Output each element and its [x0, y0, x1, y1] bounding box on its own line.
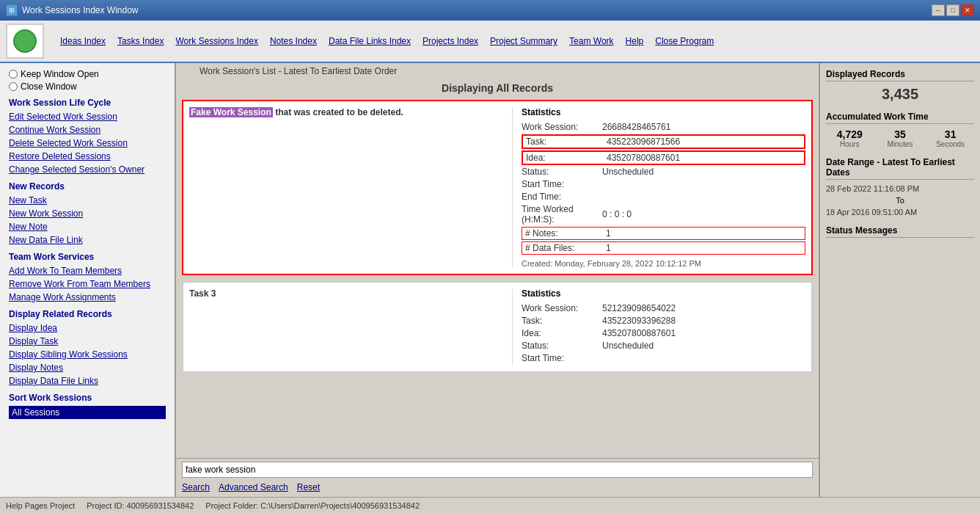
status-project-folder: Project Folder: C:\Users\Darren\Projects…: [205, 501, 420, 510]
stat-notes-1: # Notes: 1: [522, 227, 805, 240]
stat-idea-1: Idea: 435207800887601: [522, 150, 805, 165]
record-card-2[interactable]: Task 3 Statistics Work Session: 52123909…: [182, 281, 813, 373]
menu-work-sessions-index[interactable]: Work Sessions Index: [171, 34, 263, 48]
stat-data-files-1: # Data Files: 1: [522, 241, 805, 255]
stat-idea-2: Idea: 435207800887601: [522, 328, 805, 338]
sidebar-manage-work-assignments[interactable]: Manage Work Assignments: [9, 291, 166, 303]
status-help-project: Help Pages Project: [6, 501, 75, 510]
menu-close-program[interactable]: Close Program: [651, 34, 718, 48]
sidebar-delete-selected-work-session[interactable]: Delete Selected Work Session: [9, 137, 166, 149]
sidebar-new-note[interactable]: New Note: [9, 221, 166, 233]
search-input[interactable]: [182, 462, 813, 478]
records-list[interactable]: Fake Work Session that was created to be…: [176, 97, 819, 458]
stat-label-work-session-1: Work Session:: [522, 122, 602, 132]
menu-notes-index[interactable]: Notes Index: [266, 34, 321, 48]
maximize-button[interactable]: □: [946, 4, 959, 16]
stat-label-idea-2: Idea:: [522, 328, 602, 338]
window-title: Work Sessions Index Window: [22, 5, 139, 15]
menu-ideas-index[interactable]: Ideas Index: [56, 34, 110, 48]
sidebar-display-sibling-work-sessions[interactable]: Display Sibling Work Sessions: [9, 349, 166, 360]
record-title-rest-1: that was created to be deleted.: [273, 107, 403, 117]
menu-projects-index[interactable]: Projects Index: [418, 34, 483, 48]
sidebar-new-data-file-link[interactable]: New Data File Link: [9, 234, 166, 246]
search-button[interactable]: Search: [182, 482, 210, 492]
record-right-1: Statistics Work Session: 26688428465761 …: [512, 107, 805, 268]
menu-team-work[interactable]: Team Work: [565, 34, 618, 48]
menu-data-file-links-index[interactable]: Data File Links Index: [324, 34, 415, 48]
record-title-text-2: Task 3: [189, 288, 216, 299]
app-logo: [6, 23, 44, 59]
accumulated-work-time-section: Accumulated Work Time 4,729 Hours 35 Min…: [826, 112, 974, 148]
stat-label-time-worked-1: Time Worked (H:M:S):: [522, 204, 602, 225]
reset-button[interactable]: Reset: [297, 482, 320, 492]
sidebar-edit-selected-work-session[interactable]: Edit Selected Work Session: [9, 111, 166, 123]
sidebar-display-data-file-links[interactable]: Display Data File Links: [9, 375, 166, 387]
stat-label-status-1: Status:: [522, 167, 602, 177]
stats-title-1: Statistics: [522, 107, 805, 117]
sidebar-new-task[interactable]: New Task: [9, 194, 166, 206]
close-window-option[interactable]: Close Window: [9, 81, 166, 92]
sidebar-all-sessions[interactable]: All Sessions: [9, 406, 166, 419]
status-messages-section: Status Messages: [826, 225, 974, 238]
menu-tasks-index[interactable]: Tasks Index: [113, 34, 168, 48]
sidebar-continue-work-session[interactable]: Continue Work Session: [9, 124, 166, 136]
sidebar-change-selected-sessions-owner[interactable]: Change Selected Session's Owner: [9, 164, 166, 175]
sidebar-restore-deleted-sessions[interactable]: Restore Deleted Sessions: [9, 150, 166, 162]
keep-window-label: Keep Window Open: [21, 69, 99, 79]
stat-work-session-1: Work Session: 26688428465761: [522, 122, 805, 132]
date-to-label: To: [826, 196, 974, 205]
stat-value-idea-2: 435207800887601: [602, 328, 676, 338]
close-window-label: Close Window: [21, 81, 77, 92]
time-grid: 4,729 Hours 35 Minutes 31 Seconds: [826, 128, 974, 148]
displayed-records-section: Displayed Records 3,435: [826, 69, 974, 103]
minutes-value: 35: [877, 128, 924, 140]
sidebar-display-task[interactable]: Display Task: [9, 335, 166, 347]
hours-label: Hours: [826, 140, 874, 148]
stat-label-start-time-2: Start Time:: [522, 353, 602, 363]
stat-value-time-worked-1: 0 : 0 : 0: [602, 209, 632, 219]
app-icon: ⊞: [6, 4, 18, 16]
stat-label-task-1: Task:: [526, 137, 607, 147]
record-left-1: Fake Work Session that was created to be…: [189, 107, 500, 268]
right-panel: Displayed Records 3,435 Accumulated Work…: [819, 63, 980, 497]
stat-status-2: Status: Unscheduled: [522, 341, 805, 351]
keep-window-open-option[interactable]: Keep Window Open: [9, 69, 166, 79]
close-window-radio[interactable]: [9, 82, 18, 91]
stat-value-status-2: Unscheduled: [602, 341, 654, 351]
minimize-button[interactable]: ─: [932, 4, 945, 16]
window-options: Keep Window Open Close Window: [9, 69, 166, 92]
menu-project-summary[interactable]: Project Summary: [486, 34, 562, 48]
stats-title-2: Statistics: [522, 288, 805, 299]
sidebar-new-work-session[interactable]: New Work Session: [9, 208, 166, 219]
date-range-section: Date Range - Latest To Earliest Dates 28…: [826, 157, 974, 217]
list-title: Work Session's List - Latest To Earliest…: [200, 66, 397, 76]
content-header: Work Session's List - Latest To Earliest…: [176, 63, 819, 79]
stat-label-start-time-1: Start Time:: [522, 179, 602, 189]
record-card-1[interactable]: Fake Work Session that was created to be…: [182, 100, 813, 275]
keep-window-radio[interactable]: [9, 70, 18, 79]
search-bar: Search Advanced Search Reset: [176, 458, 819, 497]
displayed-records-value: 3,435: [826, 86, 974, 103]
sidebar-remove-work-from-team-members[interactable]: Remove Work From Team Members: [9, 278, 166, 290]
logo-circle: [13, 29, 37, 53]
menu-bar: Ideas Index Tasks Index Work Sessions In…: [0, 21, 980, 63]
stat-value-notes-1: 1: [606, 228, 611, 239]
section-sort-work-sessions: Sort Work Sessions: [9, 393, 166, 403]
stat-status-1: Status: Unscheduled: [522, 167, 805, 177]
stat-task-1: Task: 435223096871566: [522, 134, 805, 149]
seconds-label: Seconds: [926, 140, 974, 148]
sidebar-add-work-to-team-members[interactable]: Add Work To Team Members: [9, 265, 166, 277]
displayed-records-title: Displayed Records: [826, 69, 974, 81]
stat-work-session-2: Work Session: 521239098654022: [522, 303, 805, 313]
close-button[interactable]: ✕: [961, 4, 974, 16]
menu-items: Ideas Index Tasks Index Work Sessions In…: [56, 34, 718, 48]
sidebar-display-idea[interactable]: Display Idea: [9, 322, 166, 334]
stat-label-data-files-1: # Data Files:: [525, 243, 606, 253]
advanced-search-button[interactable]: Advanced Search: [219, 482, 288, 492]
menu-help[interactable]: Help: [621, 34, 648, 48]
section-work-session-life-cycle: Work Session Life Cycle: [9, 98, 166, 108]
sidebar-display-notes[interactable]: Display Notes: [9, 362, 166, 374]
date-end: 18 Apr 2016 09:51:00 AM: [826, 208, 974, 217]
stat-value-created-1: Monday, February 28, 2022 10:12:12 PM: [555, 259, 701, 268]
content-area: Work Session's List - Latest To Earliest…: [176, 63, 819, 497]
